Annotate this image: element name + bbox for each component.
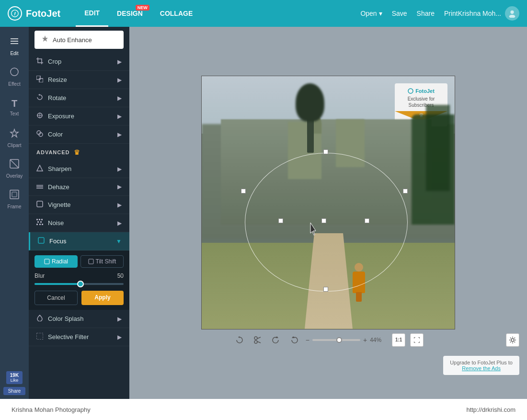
settings-button[interactable]: [506, 333, 519, 347]
header-actions: Open ▾ Save Share Print: [360, 10, 458, 17]
svg-rect-34: [42, 224, 43, 225]
nav-collage[interactable]: COLLAGE: [151, 0, 201, 27]
svg-point-2: [510, 11, 514, 14]
svg-rect-11: [10, 190, 19, 199]
auto-enhance-button[interactable]: Auto Enhance: [34, 31, 124, 49]
share-button[interactable]: Share: [417, 10, 435, 17]
svg-marker-16: [38, 94, 40, 96]
menu-vignette[interactable]: Vignette ▶: [29, 196, 129, 214]
focus-tabs: Radial Tilt Shift: [34, 255, 124, 268]
fullscreen-button[interactable]: [410, 333, 424, 347]
resize-arrow: ▶: [117, 77, 122, 83]
dehaze-arrow: ▶: [117, 183, 122, 190]
svg-rect-36: [45, 259, 49, 264]
sidebar-item-effect[interactable]: Effect: [0, 61, 29, 92]
remove-ads-link[interactable]: Remove the Ads: [450, 365, 513, 371]
svg-rect-14: [36, 76, 40, 79]
canvas-toolbar: − + 44% 1:1: [233, 329, 424, 351]
focus-icon: [38, 237, 45, 245]
main-nav: EDIT DESIGN NEW COLLAGE: [76, 0, 201, 27]
rotate-icon: [36, 94, 43, 102]
edit-label: Edit: [10, 51, 18, 56]
color-splash-arrow: ▶: [117, 316, 122, 322]
sidebar-item-frame[interactable]: Frame: [0, 184, 29, 215]
menu-noise[interactable]: Noise ▶: [29, 214, 129, 232]
advanced-header: ADVANCED ♛: [29, 144, 129, 160]
svg-rect-32: [36, 224, 38, 225]
avatar: [505, 6, 519, 21]
edit-icon: [9, 36, 20, 49]
exposure-icon: [36, 112, 43, 120]
zoom-slider-track[interactable]: [312, 339, 360, 341]
facebook-share-button[interactable]: Share: [3, 387, 26, 395]
menu-selective-filter[interactable]: Selective Filter ▶: [29, 328, 129, 346]
color-splash-icon: [36, 315, 43, 323]
fit-button[interactable]: 1:1: [392, 333, 405, 347]
canvas-container[interactable]: FotoJet Exclusive for Subscribers ♛: [201, 76, 455, 329]
zoom-in-button[interactable]: +: [363, 336, 367, 344]
nav-design[interactable]: DESIGN NEW: [108, 0, 151, 27]
left-panel: Auto Enhance Crop ▶ Resize ▶: [29, 27, 129, 399]
menu-focus[interactable]: Focus ▼: [29, 232, 129, 250]
save-button[interactable]: Save: [392, 10, 407, 17]
nav-edit[interactable]: EDIT: [76, 0, 108, 27]
social-buttons: 19K Like Share: [0, 367, 29, 399]
new-badge: NEW: [136, 5, 149, 11]
frame-icon: [9, 189, 20, 202]
svg-rect-33: [39, 224, 41, 225]
print-button[interactable]: Print: [444, 10, 458, 17]
footer-right: http://drkrishi.com: [466, 406, 516, 413]
menu-color[interactable]: Color ▶: [29, 125, 129, 144]
svg-point-39: [408, 89, 413, 93]
menu-color-splash[interactable]: Color Splash ▶: [29, 310, 129, 328]
menu-sharpen[interactable]: Sharpen ▶: [29, 160, 129, 178]
apply-button[interactable]: Apply: [81, 291, 124, 305]
cancel-button[interactable]: Cancel: [34, 291, 78, 305]
text-icon: T: [11, 98, 17, 109]
svg-rect-37: [89, 259, 93, 264]
svg-marker-13: [42, 35, 48, 42]
menu-dehaze[interactable]: Dehaze ▶: [29, 178, 129, 196]
sidebar-item-clipart[interactable]: Clipart: [0, 123, 29, 153]
focus-arrow: ▼: [116, 238, 122, 245]
sidebar-item-overlay[interactable]: Overlay: [0, 153, 29, 184]
effect-icon: [9, 67, 20, 79]
logo-text: FotoJet: [26, 8, 60, 19]
vignette-arrow: ▶: [117, 202, 122, 208]
zoom-out-button[interactable]: −: [306, 336, 309, 344]
svg-line-44: [257, 341, 261, 343]
refresh-button[interactable]: [233, 333, 246, 347]
menu-crop[interactable]: Crop ▶: [29, 53, 129, 71]
overlay-label: Overlay: [6, 173, 23, 179]
sidebar-item-edit[interactable]: Edit: [0, 31, 29, 61]
blur-slider[interactable]: [34, 283, 124, 285]
svg-rect-30: [37, 221, 39, 223]
facebook-like-button[interactable]: 19K Like: [6, 371, 23, 384]
logo-icon: f: [8, 6, 22, 21]
svg-point-7: [11, 68, 18, 76]
sharpen-icon: [36, 165, 43, 173]
svg-rect-29: [41, 219, 43, 220]
selective-filter-arrow: ▶: [117, 334, 122, 341]
menu-rotate[interactable]: Rotate ▶: [29, 89, 129, 107]
logo: f FotoJet: [8, 6, 60, 21]
user-menu[interactable]: Krishna Moh...: [458, 6, 519, 21]
resize-icon: [36, 76, 43, 84]
footer: Krishna Mohan Photography http://drkrish…: [0, 399, 527, 420]
redo-button[interactable]: [287, 333, 301, 347]
open-button[interactable]: Open ▾: [360, 10, 382, 17]
menu-exposure[interactable]: Exposure ▶: [29, 107, 129, 125]
scissors-button[interactable]: [251, 333, 264, 347]
svg-rect-15: [39, 79, 43, 82]
svg-line-10: [10, 159, 19, 168]
menu-resize[interactable]: Resize ▶: [29, 71, 129, 89]
focus-actions: Cancel Apply: [34, 291, 124, 305]
clipart-label: Clipart: [8, 143, 22, 148]
tilt-shift-tab[interactable]: Tilt Shift: [80, 255, 124, 268]
undo-button[interactable]: [269, 333, 283, 347]
svg-marker-8: [11, 129, 18, 137]
radial-tab[interactable]: Radial: [34, 255, 78, 268]
svg-rect-12: [12, 192, 17, 197]
sidebar-item-text[interactable]: T Text: [0, 92, 29, 123]
focus-panel: Radial Tilt Shift Blur 50 Cancel: [29, 250, 129, 310]
